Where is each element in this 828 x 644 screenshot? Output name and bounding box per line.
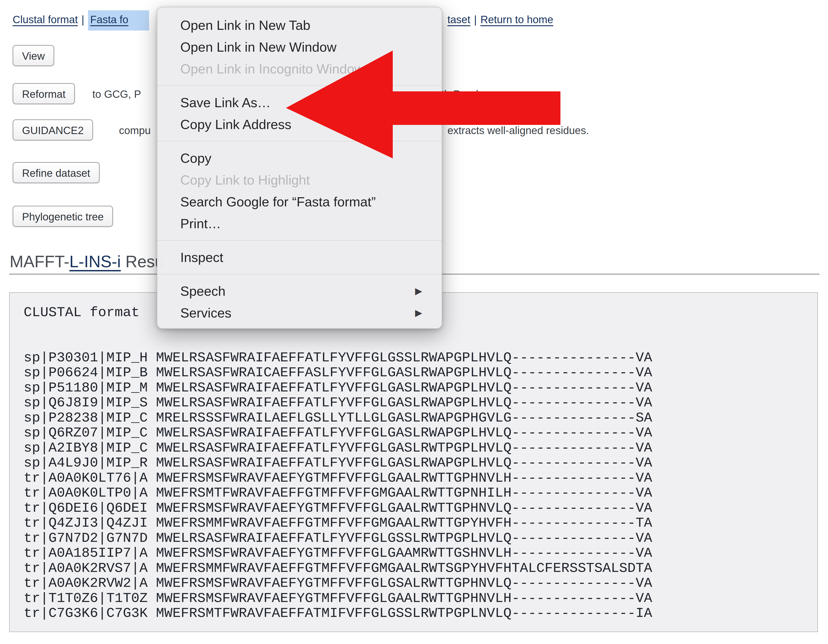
menu-separator bbox=[157, 274, 442, 274]
alignment-line: tr|A0A185IIP7|A MWEFRSMSFWRAVFAEFYGTMFFV… bbox=[24, 546, 652, 561]
link-separator: | bbox=[474, 14, 477, 25]
alignment-line: tr|Q4ZJI3|Q4ZJI MWEFRSMMFWRAVFAEFFGTMFFV… bbox=[24, 516, 652, 531]
menu-item-label: Copy bbox=[180, 147, 211, 169]
alignment-line: tr|A0A0K0LTP0|A MWEFRSMTFWRAVFAEFFGTMFFV… bbox=[24, 486, 652, 501]
menu-item-open-link-in-new-tab[interactable]: Open Link in New Tab bbox=[157, 14, 442, 36]
submenu-arrow-icon: ▶ bbox=[415, 302, 422, 324]
fasta-format-link-selected[interactable]: Fasta fo bbox=[88, 10, 149, 31]
page-title-prefix: MAFFT- bbox=[9, 252, 69, 271]
alignment-line: sp|Q6J8I9|MIP_S MWELRSASFWRAIFAEFFATLFYV… bbox=[24, 395, 652, 411]
format-links-bar: Clustal format|Fasta fo bbox=[13, 13, 149, 26]
page: Clustal format|Fasta fo taset|Return to … bbox=[0, 0, 828, 644]
menu-item-label: Print… bbox=[180, 213, 221, 234]
menu-item-label: Search Google for “Fasta format” bbox=[180, 191, 376, 213]
alignment-line: sp|P51180|MIP_M MWELRSASFWRAIFAEFFATLFYV… bbox=[24, 381, 652, 396]
alignment-line: tr|A0A0K0LT76|A MWEFRSMSFWRAVFAEFYGTMFFV… bbox=[24, 471, 652, 486]
menu-item-label: Open Link in New Tab bbox=[180, 14, 310, 36]
menu-item-label: Inspect bbox=[180, 246, 223, 268]
alignment-line: sp|P28238|MIP_C MRELRSSSFWRAILAEFLGSLLYT… bbox=[24, 411, 652, 426]
menu-item-print[interactable]: Print… bbox=[157, 213, 442, 234]
clustal-format-link[interactable]: Clustal format bbox=[13, 14, 78, 25]
alignment-line: tr|C7G3K6|C7G3K MWEFRSMTFWRAVFAEFFATMIFV… bbox=[24, 606, 652, 621]
guidance2-button[interactable]: GUIDANCE2 bbox=[13, 119, 93, 141]
alignment-line: tr|T1T0Z6|T1T0Z MWEFRSMSFWRAVFAEFYGTMFFV… bbox=[24, 591, 652, 606]
menu-item-label: Speech bbox=[180, 280, 226, 302]
alignment-pre: CLUSTAL formatsp|P30301|MIP_H MWELRSASFW… bbox=[24, 305, 652, 621]
phylogenetic-tree-button[interactable]: Phylogenetic tree bbox=[13, 206, 113, 227]
submenu-arrow-icon: ▶ bbox=[415, 280, 422, 302]
reformat-description-fragment: to GCG, P bbox=[93, 88, 141, 100]
alignment-line: sp|Q6RZ07|MIP_C MWELRSASFWRAIFAEFFATLFYV… bbox=[24, 425, 652, 440]
fasta-format-link[interactable]: Fasta fo bbox=[90, 14, 129, 25]
l-ins-i-link[interactable]: L-INS-i bbox=[69, 252, 121, 271]
reformat-button[interactable]: Reformat bbox=[13, 83, 75, 104]
red-arrow-annotation bbox=[285, 49, 562, 160]
refine-dataset-button[interactable]: Refine dataset bbox=[13, 162, 100, 183]
menu-item-search-google-for-fasta-format[interactable]: Search Google for “Fasta format” bbox=[157, 191, 442, 213]
menu-item-inspect[interactable]: Inspect bbox=[157, 246, 442, 268]
alignment-line: sp|P06624|MIP_B MWELRSASFWRAICAEFFASLFYV… bbox=[24, 365, 652, 381]
refine-dataset-link-fragment[interactable]: taset bbox=[447, 14, 470, 25]
menu-item-label: Services bbox=[180, 302, 231, 324]
menu-separator bbox=[157, 240, 442, 241]
return-to-home-link[interactable]: Return to home bbox=[480, 14, 553, 25]
menu-item-services[interactable]: Services▶ bbox=[157, 302, 442, 324]
format-links-bar-right: taset|Return to home bbox=[447, 13, 553, 26]
alignment-blank-line bbox=[24, 335, 652, 350]
menu-item-label: Copy Link Address bbox=[180, 113, 292, 135]
menu-item-speech[interactable]: Speech▶ bbox=[157, 280, 442, 302]
alignment-line: tr|G7N7D2|G7N7D MWELRSASFWRAIFAEFFATLFYV… bbox=[24, 531, 652, 546]
page-title: MAFFT-L-INS-i Resu bbox=[9, 252, 164, 271]
alignment-line: sp|P30301|MIP_H MWELRSASFWRAIFAEFFATLFYV… bbox=[24, 350, 652, 365]
menu-item-label: Copy Link to Highlight bbox=[180, 169, 310, 191]
guidance2-description-fragment-left: compu bbox=[119, 124, 151, 136]
menu-item-label: Save Link As… bbox=[180, 92, 271, 113]
alignment-line: sp|A4L9J0|MIP_R MWELRSASFWRAIFAEFFATLFYV… bbox=[24, 456, 652, 471]
alignment-line: tr|Q6DEI6|Q6DEI MWEFRSMSFWRAVFAEFYGTMFFV… bbox=[24, 501, 652, 516]
link-separator: | bbox=[82, 14, 84, 25]
alignment-line: tr|A0A0K2RVW2|A MWEFRSMSFWRAVFAEFYGTMFFV… bbox=[24, 576, 652, 591]
alignment-line: tr|A0A0K2RVS7|A MWEFRSMMFWRAVFAEFFGTMFFV… bbox=[24, 561, 652, 576]
view-button[interactable]: View bbox=[13, 45, 54, 66]
menu-item-copy-link-to-highlight: Copy Link to Highlight bbox=[157, 169, 442, 191]
alignment-line: sp|A2IBY8|MIP_C MWELRSASFWRAIFAEFFATLFYV… bbox=[24, 440, 652, 456]
